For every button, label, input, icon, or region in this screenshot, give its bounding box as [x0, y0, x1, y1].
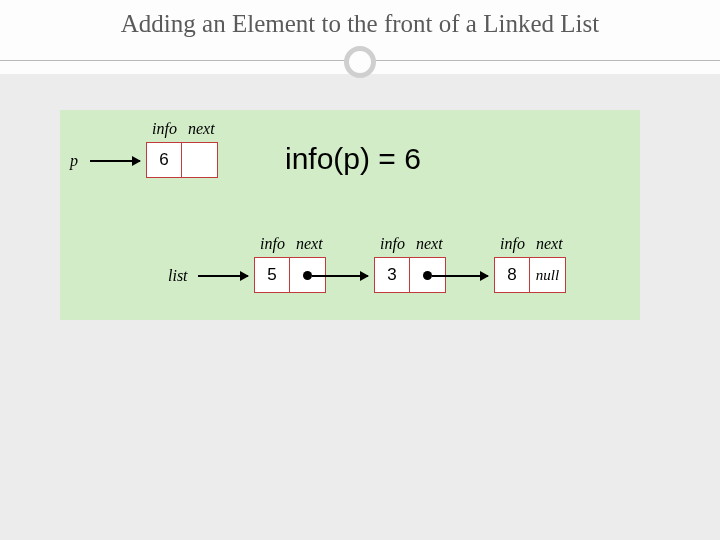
node2-info-label: info: [380, 235, 405, 253]
node2-info: 3: [374, 257, 410, 293]
ring-icon: [344, 46, 376, 78]
node3-info: 8: [494, 257, 530, 293]
node1-next-label: next: [296, 235, 323, 253]
node-p-next: [182, 142, 218, 178]
arrow-n2-n3: [432, 275, 488, 277]
node3-info-label: info: [500, 235, 525, 253]
pointer-dot-icon: [303, 271, 312, 280]
pointer-p-label: p: [70, 152, 78, 170]
node1-info: 5: [254, 257, 290, 293]
arrow-p: [90, 160, 140, 162]
equation-text: info(p) = 6: [285, 142, 421, 176]
node3-next-null: null: [530, 257, 566, 293]
node2-next-label: next: [416, 235, 443, 253]
arrow-list: [198, 275, 248, 277]
node-p: 6: [146, 142, 218, 178]
page-title: Adding an Element to the front of a Link…: [20, 10, 700, 38]
diagram-panel: p info next 6 info(p) = 6 list info next…: [60, 110, 640, 320]
node3-next-label: next: [536, 235, 563, 253]
pointer-dot-icon: [423, 271, 432, 280]
arrow-n1-n2: [312, 275, 368, 277]
pointer-list-label: list: [168, 267, 188, 285]
node-3: 8 null: [494, 257, 566, 293]
node1-info-label: info: [260, 235, 285, 253]
node-p-info-label: info: [152, 120, 177, 138]
header-rule: [0, 46, 720, 92]
node-p-info: 6: [146, 142, 182, 178]
node-p-next-label: next: [188, 120, 215, 138]
